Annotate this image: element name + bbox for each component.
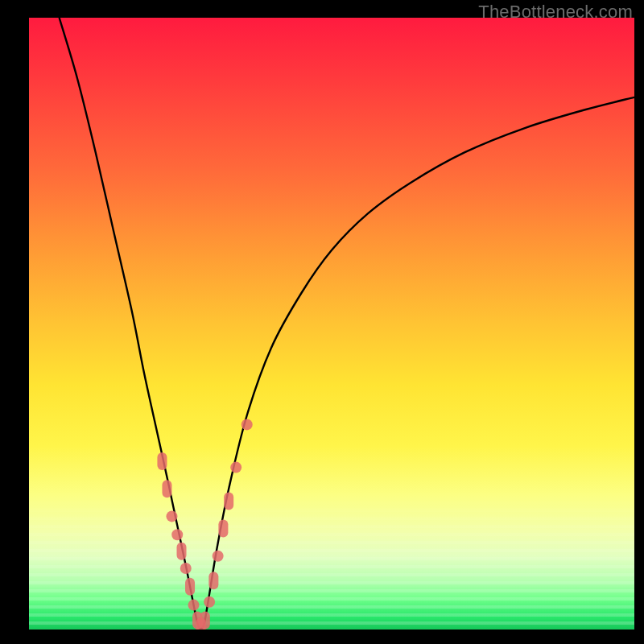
plot-area	[29, 18, 634, 630]
watermark-label: TheBottleneck.com	[478, 2, 633, 23]
chart-frame: TheBottleneck.com	[0, 0, 644, 644]
